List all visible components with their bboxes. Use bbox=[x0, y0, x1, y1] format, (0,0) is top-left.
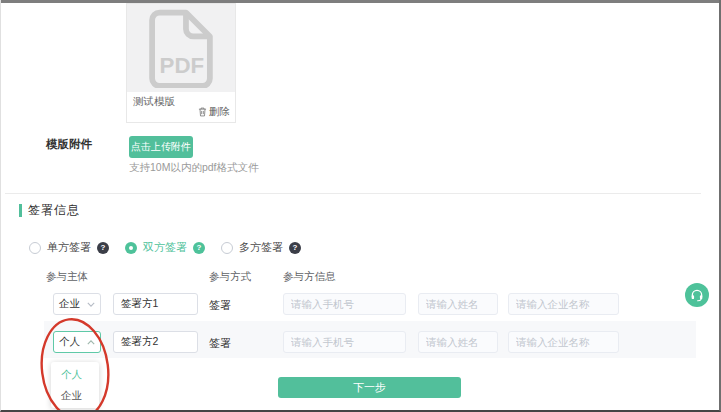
trash-icon bbox=[198, 107, 207, 117]
section-divider bbox=[5, 193, 701, 194]
chevron-down-icon bbox=[87, 302, 95, 307]
delete-file-button[interactable]: 删除 bbox=[198, 105, 230, 119]
radio-label: 多方签署 bbox=[239, 240, 283, 255]
radio-multi-party-sign[interactable]: 多方签署 ? bbox=[221, 240, 301, 255]
sign-section-title: 签署信息 bbox=[19, 202, 80, 219]
radio-two-party-sign[interactable]: 双方签署 ? bbox=[125, 240, 205, 255]
header-party-info: 参与方信息 bbox=[283, 270, 336, 284]
help-icon[interactable]: ? bbox=[97, 242, 109, 254]
chevron-up-icon bbox=[87, 340, 95, 345]
pdf-thumbnail: PDF bbox=[127, 4, 235, 92]
pdf-caption: 测试模版 删除 bbox=[127, 92, 235, 122]
phone-input-row2[interactable] bbox=[283, 331, 406, 353]
select-value: 企业 bbox=[59, 297, 80, 311]
sign-section-title-text: 签署信息 bbox=[28, 202, 80, 219]
uploaded-file-card: PDF 测试模版 删除 bbox=[126, 3, 236, 123]
radio-circle-selected[interactable] bbox=[125, 242, 137, 254]
party-name-input-row2[interactable] bbox=[113, 331, 198, 353]
customer-service-button[interactable] bbox=[685, 283, 709, 307]
subject-type-select-row1[interactable]: 企业 bbox=[53, 293, 101, 315]
next-step-button[interactable]: 下一步 bbox=[278, 377, 461, 398]
select-value: 个人 bbox=[59, 335, 80, 349]
header-method: 参与方式 bbox=[209, 270, 251, 284]
name-input-row2[interactable] bbox=[418, 331, 498, 353]
method-row1: 签署 bbox=[209, 298, 231, 313]
subject-type-dropdown-menu: 个人 企业 bbox=[51, 362, 99, 408]
company-input-row1[interactable] bbox=[508, 293, 619, 315]
party-name-input-row1[interactable] bbox=[113, 293, 198, 315]
file-name: 测试模版 bbox=[133, 95, 175, 109]
radio-circle[interactable] bbox=[221, 242, 233, 254]
dropdown-option-enterprise[interactable]: 企业 bbox=[51, 385, 99, 406]
upload-button[interactable]: 点击上传附件 bbox=[129, 136, 193, 158]
radio-label: 双方签署 bbox=[143, 240, 187, 255]
company-input-row2[interactable] bbox=[508, 331, 619, 353]
dropdown-option-individual[interactable]: 个人 bbox=[51, 364, 99, 385]
delete-label: 删除 bbox=[209, 105, 230, 119]
help-icon[interactable]: ? bbox=[289, 242, 301, 254]
header-subject: 参与主体 bbox=[46, 270, 88, 284]
pdf-file-icon: PDF bbox=[148, 8, 214, 88]
method-row2: 签署 bbox=[209, 336, 231, 351]
radio-single-sign[interactable]: 单方签署 ? bbox=[29, 240, 109, 255]
help-icon[interactable]: ? bbox=[193, 242, 205, 254]
name-input-row1[interactable] bbox=[418, 293, 498, 315]
template-attachment-label: 模版附件 bbox=[46, 137, 92, 152]
phone-input-row1[interactable] bbox=[283, 293, 406, 315]
headset-icon bbox=[690, 288, 704, 302]
radio-circle[interactable] bbox=[29, 242, 41, 254]
top-bar bbox=[1, 0, 721, 3]
radio-label: 单方签署 bbox=[47, 240, 91, 255]
title-accent-bar bbox=[19, 204, 22, 217]
pdf-type-label: PDF bbox=[160, 53, 205, 78]
page: PDF 测试模版 删除 模版附件 点击上传附件 支持10M以内的pdf格式文件 … bbox=[0, 0, 721, 412]
subject-type-select-row2[interactable]: 个人 bbox=[53, 331, 101, 353]
sign-mode-radio-group: 单方签署 ? 双方签署 ? 多方签署 ? bbox=[29, 240, 301, 255]
upload-hint: 支持10M以内的pdf格式文件 bbox=[129, 161, 259, 175]
